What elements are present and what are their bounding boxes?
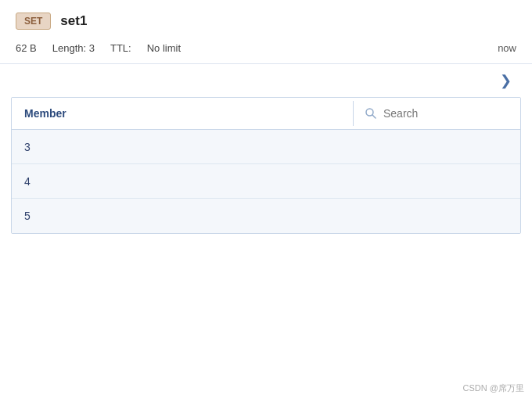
table-row: 4: [12, 164, 520, 199]
toolbar-row: ❯: [0, 64, 532, 97]
table-header: Member: [12, 98, 520, 130]
svg-line-1: [372, 115, 376, 118]
type-badge: SET: [16, 13, 51, 30]
watermark: CSDN @席万里: [463, 382, 524, 394]
meta-row: 62 B Length: 3 TTL: No limit now: [0, 38, 532, 63]
timestamp: now: [498, 42, 516, 54]
search-box: [353, 101, 520, 126]
table-row: 5: [12, 199, 520, 233]
search-input[interactable]: [383, 107, 509, 120]
data-table: Member 3 4 5: [11, 97, 521, 234]
ttl-value: No limit: [147, 42, 181, 54]
header: SET set1: [0, 0, 532, 38]
ttl-label: TTL:: [110, 42, 131, 54]
row-value: 3: [24, 141, 31, 153]
column-member: Member: [12, 98, 353, 129]
search-icon: [365, 107, 377, 120]
collapse-button[interactable]: ❯: [495, 70, 516, 91]
table-row: 3: [12, 130, 520, 164]
size-value: 62 B: [16, 42, 37, 54]
row-value: 4: [24, 175, 31, 188]
key-name: set1: [60, 13, 87, 29]
row-value: 5: [24, 210, 31, 222]
length-label: Length: 3: [52, 42, 95, 54]
